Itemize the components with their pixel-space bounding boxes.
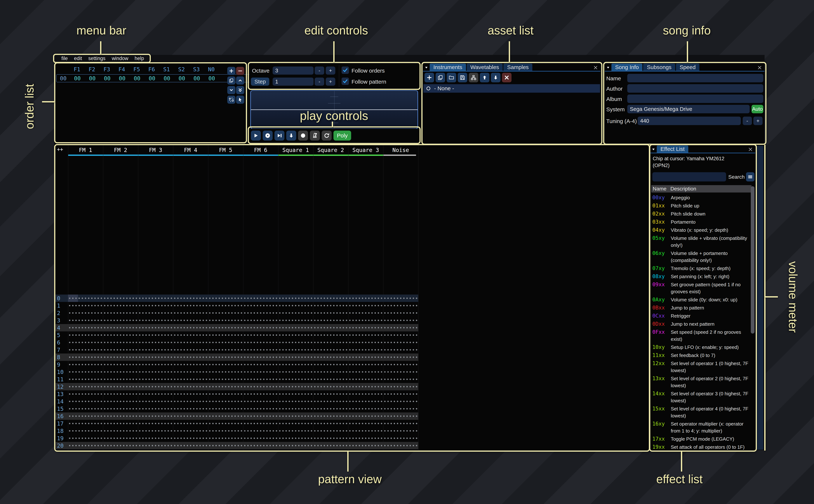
pattern-cell[interactable] bbox=[173, 412, 208, 420]
pattern-cell[interactable] bbox=[138, 361, 173, 368]
menu-item-settings[interactable]: settings bbox=[88, 56, 105, 61]
pattern-cell[interactable] bbox=[208, 339, 243, 346]
pattern-cell[interactable] bbox=[348, 412, 383, 420]
asset-duplicate-button[interactable] bbox=[436, 73, 445, 82]
name-field[interactable] bbox=[627, 74, 763, 82]
pattern-cell[interactable] bbox=[138, 398, 173, 405]
order-unlink-button[interactable] bbox=[227, 96, 235, 104]
pattern-cell[interactable] bbox=[68, 361, 103, 368]
pattern-row[interactable]: 18 bbox=[55, 427, 418, 435]
channel-header-square-2[interactable]: Square 2 bbox=[313, 147, 348, 153]
asset-add-button[interactable] bbox=[425, 73, 434, 82]
pattern-cell[interactable] bbox=[383, 398, 418, 405]
pattern-cell[interactable] bbox=[208, 405, 243, 412]
pattern-cell[interactable] bbox=[278, 353, 313, 361]
step-input[interactable] bbox=[273, 78, 313, 86]
pattern-cell[interactable] bbox=[173, 383, 208, 390]
pattern-cell[interactable] bbox=[348, 361, 383, 368]
pattern-cell[interactable] bbox=[68, 295, 103, 302]
order-remove-button[interactable] bbox=[236, 67, 244, 75]
pattern-row[interactable]: 21 bbox=[55, 449, 418, 450]
pattern-cell[interactable] bbox=[313, 309, 348, 317]
pattern-cell[interactable] bbox=[383, 339, 418, 346]
pattern-cell[interactable] bbox=[313, 398, 348, 405]
play-play-button[interactable] bbox=[251, 131, 261, 141]
pattern-cell[interactable] bbox=[173, 405, 208, 412]
pattern-cell[interactable] bbox=[103, 420, 138, 427]
poly-button[interactable]: Poly bbox=[333, 131, 351, 141]
pattern-cell[interactable] bbox=[68, 442, 103, 449]
order-cell[interactable]: 00 bbox=[159, 75, 174, 82]
pattern-cell[interactable] bbox=[348, 346, 383, 353]
order-cell[interactable]: 00 bbox=[100, 75, 115, 82]
order-cell[interactable]: 00 bbox=[144, 75, 159, 82]
pattern-cell[interactable] bbox=[278, 420, 313, 427]
pattern-cell[interactable] bbox=[313, 376, 348, 383]
tab-song-info[interactable]: Song Info bbox=[612, 64, 642, 71]
pattern-cell[interactable] bbox=[208, 435, 243, 442]
pattern-cell[interactable] bbox=[103, 435, 138, 442]
pattern-cell[interactable] bbox=[138, 353, 173, 361]
album-field[interactable] bbox=[627, 95, 763, 103]
order-move-to-bottom-button[interactable] bbox=[236, 86, 244, 94]
pattern-row[interactable]: 17 bbox=[55, 420, 418, 427]
pattern-cell[interactable] bbox=[243, 324, 278, 331]
pattern-row[interactable]: 4 bbox=[55, 324, 418, 331]
pattern-row[interactable]: 6 bbox=[55, 339, 418, 346]
pattern-cell[interactable] bbox=[278, 405, 313, 412]
pattern-cell[interactable] bbox=[348, 324, 383, 331]
pattern-cell[interactable] bbox=[348, 405, 383, 412]
pattern-cell[interactable] bbox=[313, 442, 348, 449]
pattern-cell[interactable] bbox=[313, 295, 348, 302]
pattern-cell[interactable] bbox=[138, 449, 173, 450]
pattern-cell[interactable] bbox=[313, 346, 348, 353]
octave-input[interactable] bbox=[273, 67, 313, 75]
pattern-cell[interactable] bbox=[278, 427, 313, 435]
pattern-row[interactable]: 3 bbox=[55, 317, 418, 324]
menu-item-window[interactable]: window bbox=[112, 56, 128, 61]
pattern-cell[interactable] bbox=[103, 368, 138, 376]
pattern-cell[interactable] bbox=[348, 339, 383, 346]
pattern-cell[interactable] bbox=[173, 420, 208, 427]
pattern-cell[interactable] bbox=[383, 324, 418, 331]
pattern-cell[interactable] bbox=[243, 353, 278, 361]
pattern-cell[interactable] bbox=[383, 353, 418, 361]
pattern-row[interactable]: 2 bbox=[55, 309, 418, 317]
author-field[interactable] bbox=[627, 84, 763, 93]
pattern-cell[interactable] bbox=[348, 449, 383, 450]
effect-search-input[interactable] bbox=[652, 172, 726, 181]
pattern-cell[interactable] bbox=[383, 390, 418, 398]
pattern-cell[interactable] bbox=[173, 295, 208, 302]
step-increment-button[interactable]: + bbox=[326, 78, 335, 86]
pattern-cell[interactable] bbox=[138, 368, 173, 376]
pattern-cell[interactable] bbox=[208, 331, 243, 339]
pattern-cell[interactable] bbox=[243, 295, 278, 302]
pattern-cell[interactable] bbox=[278, 309, 313, 317]
order-cell[interactable]: 00 bbox=[115, 75, 130, 82]
pattern-cell[interactable] bbox=[313, 331, 348, 339]
close-icon[interactable] bbox=[593, 65, 599, 71]
pattern-cell[interactable] bbox=[173, 449, 208, 450]
channel-header-square-3[interactable]: Square 3 bbox=[348, 147, 383, 153]
pattern-cell[interactable] bbox=[103, 339, 138, 346]
order-cell[interactable]: 00 bbox=[130, 75, 144, 82]
order-cell[interactable]: 00 bbox=[70, 75, 85, 82]
order-move-up-button[interactable] bbox=[236, 76, 244, 85]
pattern-cell[interactable] bbox=[208, 442, 243, 449]
order-row-index[interactable]: 00 bbox=[57, 75, 70, 82]
pattern-cell[interactable] bbox=[68, 449, 103, 450]
auto-system-button[interactable]: Auto bbox=[752, 105, 763, 113]
pattern-cell[interactable] bbox=[313, 361, 348, 368]
pattern-cell[interactable] bbox=[243, 339, 278, 346]
pattern-cell[interactable] bbox=[103, 309, 138, 317]
pattern-cell[interactable] bbox=[348, 420, 383, 427]
pattern-cell[interactable] bbox=[103, 295, 138, 302]
pattern-cell[interactable] bbox=[313, 420, 348, 427]
pattern-cell[interactable] bbox=[103, 383, 138, 390]
order-cell[interactable]: 00 bbox=[189, 75, 204, 82]
pattern-cell[interactable] bbox=[138, 390, 173, 398]
pattern-cell[interactable] bbox=[208, 317, 243, 324]
pattern-cell[interactable] bbox=[68, 324, 103, 331]
channel-header-square-1[interactable]: Square 1 bbox=[278, 147, 313, 153]
pattern-cell[interactable] bbox=[313, 353, 348, 361]
